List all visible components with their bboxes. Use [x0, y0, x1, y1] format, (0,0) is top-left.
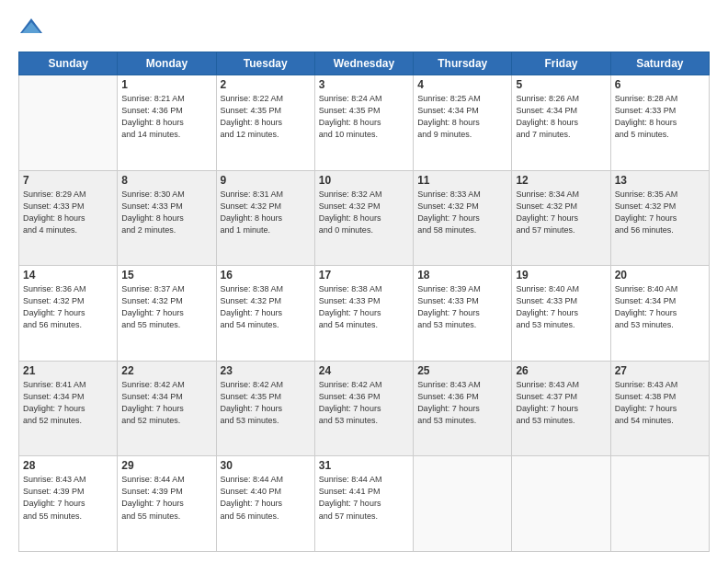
day-number: 16	[221, 269, 311, 282]
page: SundayMondayTuesdayWednesdayThursdayFrid…	[0, 0, 728, 563]
calendar-cell: 14Sunrise: 8:36 AMSunset: 4:32 PMDayligh…	[19, 266, 118, 362]
calendar-week-2: 7Sunrise: 8:29 AMSunset: 4:33 PMDaylight…	[19, 170, 710, 266]
calendar-header-wednesday: Wednesday	[314, 52, 413, 75]
day-number: 23	[221, 364, 311, 377]
day-info: Sunrise: 8:43 AMSunset: 4:39 PMDaylight:…	[23, 474, 113, 522]
calendar-cell: 6Sunrise: 8:28 AMSunset: 4:33 PMDaylight…	[610, 75, 709, 171]
calendar-header-thursday: Thursday	[414, 52, 512, 75]
day-number: 24	[319, 364, 409, 377]
day-info: Sunrise: 8:40 AMSunset: 4:34 PMDaylight:…	[615, 283, 705, 331]
day-info: Sunrise: 8:35 AMSunset: 4:32 PMDaylight:…	[615, 189, 705, 236]
day-number: 18	[417, 269, 507, 282]
calendar-cell: 15Sunrise: 8:37 AMSunset: 4:32 PMDayligh…	[118, 266, 216, 362]
day-number: 31	[319, 459, 409, 472]
day-info: Sunrise: 8:24 AMSunset: 4:35 PMDaylight:…	[319, 93, 409, 141]
calendar-header-tuesday: Tuesday	[216, 52, 314, 75]
calendar-cell: 16Sunrise: 8:38 AMSunset: 4:32 PMDayligh…	[216, 266, 314, 362]
calendar-cell: 20Sunrise: 8:40 AMSunset: 4:34 PMDayligh…	[610, 266, 709, 362]
calendar-cell: 21Sunrise: 8:41 AMSunset: 4:34 PMDayligh…	[19, 361, 118, 456]
day-number: 19	[516, 269, 606, 282]
calendar-cell: 23Sunrise: 8:42 AMSunset: 4:35 PMDayligh…	[216, 361, 314, 456]
calendar-cell: 17Sunrise: 8:38 AMSunset: 4:33 PMDayligh…	[314, 266, 413, 362]
calendar-cell	[610, 456, 709, 552]
day-info: Sunrise: 8:22 AMSunset: 4:35 PMDaylight:…	[221, 93, 311, 141]
calendar-header-row: SundayMondayTuesdayWednesdayThursdayFrid…	[19, 52, 710, 75]
day-info: Sunrise: 8:38 AMSunset: 4:32 PMDaylight:…	[221, 283, 311, 331]
calendar-cell: 1Sunrise: 8:21 AMSunset: 4:36 PMDaylight…	[118, 75, 216, 171]
calendar-cell: 2Sunrise: 8:22 AMSunset: 4:35 PMDaylight…	[216, 75, 314, 171]
day-number: 13	[615, 174, 705, 187]
day-number: 21	[23, 364, 113, 377]
calendar-cell: 18Sunrise: 8:39 AMSunset: 4:33 PMDayligh…	[414, 266, 512, 362]
day-info: Sunrise: 8:33 AMSunset: 4:32 PMDaylight:…	[417, 189, 507, 236]
calendar-cell: 27Sunrise: 8:43 AMSunset: 4:38 PMDayligh…	[610, 361, 709, 456]
day-info: Sunrise: 8:30 AMSunset: 4:33 PMDaylight:…	[121, 189, 211, 236]
day-info: Sunrise: 8:29 AMSunset: 4:33 PMDaylight:…	[23, 189, 113, 236]
calendar-week-4: 21Sunrise: 8:41 AMSunset: 4:34 PMDayligh…	[19, 361, 710, 456]
logo	[18, 17, 48, 42]
day-info: Sunrise: 8:40 AMSunset: 4:33 PMDaylight:…	[516, 283, 606, 331]
day-number: 14	[23, 269, 113, 282]
calendar-cell: 26Sunrise: 8:43 AMSunset: 4:37 PMDayligh…	[512, 361, 610, 456]
day-info: Sunrise: 8:38 AMSunset: 4:33 PMDaylight:…	[319, 283, 409, 331]
day-info: Sunrise: 8:39 AMSunset: 4:33 PMDaylight:…	[417, 283, 507, 331]
calendar-cell: 10Sunrise: 8:32 AMSunset: 4:32 PMDayligh…	[314, 170, 413, 266]
calendar-cell: 12Sunrise: 8:34 AMSunset: 4:32 PMDayligh…	[512, 170, 610, 266]
day-number: 4	[417, 78, 507, 91]
header	[18, 17, 710, 42]
calendar-header-monday: Monday	[118, 52, 216, 75]
day-number: 2	[221, 78, 311, 91]
calendar-cell: 24Sunrise: 8:42 AMSunset: 4:36 PMDayligh…	[314, 361, 413, 456]
calendar-cell: 25Sunrise: 8:43 AMSunset: 4:36 PMDayligh…	[414, 361, 512, 456]
calendar-cell: 5Sunrise: 8:26 AMSunset: 4:34 PMDaylight…	[512, 75, 610, 171]
day-info: Sunrise: 8:44 AMSunset: 4:41 PMDaylight:…	[319, 474, 409, 522]
day-info: Sunrise: 8:41 AMSunset: 4:34 PMDaylight:…	[23, 379, 113, 427]
day-number: 12	[516, 174, 606, 187]
day-number: 1	[121, 78, 211, 91]
day-number: 9	[221, 174, 311, 187]
day-number: 10	[319, 174, 409, 187]
day-number: 5	[516, 78, 606, 91]
day-number: 17	[319, 269, 409, 282]
day-info: Sunrise: 8:43 AMSunset: 4:38 PMDaylight:…	[615, 379, 705, 427]
day-number: 3	[319, 78, 409, 91]
calendar-cell: 30Sunrise: 8:44 AMSunset: 4:40 PMDayligh…	[216, 456, 314, 552]
calendar-week-1: 1Sunrise: 8:21 AMSunset: 4:36 PMDaylight…	[19, 75, 710, 171]
calendar-week-5: 28Sunrise: 8:43 AMSunset: 4:39 PMDayligh…	[19, 456, 710, 552]
calendar-cell: 4Sunrise: 8:25 AMSunset: 4:34 PMDaylight…	[414, 75, 512, 171]
calendar-cell: 22Sunrise: 8:42 AMSunset: 4:34 PMDayligh…	[118, 361, 216, 456]
day-info: Sunrise: 8:44 AMSunset: 4:39 PMDaylight:…	[121, 474, 211, 522]
day-info: Sunrise: 8:32 AMSunset: 4:32 PMDaylight:…	[319, 189, 409, 236]
calendar-cell: 8Sunrise: 8:30 AMSunset: 4:33 PMDaylight…	[118, 170, 216, 266]
calendar-cell	[19, 75, 118, 171]
day-info: Sunrise: 8:42 AMSunset: 4:34 PMDaylight:…	[121, 379, 211, 427]
calendar-cell: 9Sunrise: 8:31 AMSunset: 4:32 PMDaylight…	[216, 170, 314, 266]
calendar-cell: 31Sunrise: 8:44 AMSunset: 4:41 PMDayligh…	[314, 456, 413, 552]
calendar-table: SundayMondayTuesdayWednesdayThursdayFrid…	[18, 52, 710, 552]
logo-icon	[18, 17, 44, 42]
day-info: Sunrise: 8:26 AMSunset: 4:34 PMDaylight:…	[516, 93, 606, 141]
calendar-week-3: 14Sunrise: 8:36 AMSunset: 4:32 PMDayligh…	[19, 266, 710, 362]
day-number: 26	[516, 364, 606, 377]
day-info: Sunrise: 8:42 AMSunset: 4:36 PMDaylight:…	[319, 379, 409, 427]
day-info: Sunrise: 8:21 AMSunset: 4:36 PMDaylight:…	[121, 93, 211, 141]
day-info: Sunrise: 8:42 AMSunset: 4:35 PMDaylight:…	[221, 379, 311, 427]
day-number: 7	[23, 174, 113, 187]
calendar-header-sunday: Sunday	[19, 52, 118, 75]
calendar-cell: 19Sunrise: 8:40 AMSunset: 4:33 PMDayligh…	[512, 266, 610, 362]
day-info: Sunrise: 8:44 AMSunset: 4:40 PMDaylight:…	[221, 474, 311, 522]
calendar-cell: 13Sunrise: 8:35 AMSunset: 4:32 PMDayligh…	[610, 170, 709, 266]
day-info: Sunrise: 8:34 AMSunset: 4:32 PMDaylight:…	[516, 189, 606, 236]
day-info: Sunrise: 8:43 AMSunset: 4:37 PMDaylight:…	[516, 379, 606, 427]
day-number: 25	[417, 364, 507, 377]
day-info: Sunrise: 8:31 AMSunset: 4:32 PMDaylight:…	[221, 189, 311, 236]
calendar-cell: 11Sunrise: 8:33 AMSunset: 4:32 PMDayligh…	[414, 170, 512, 266]
calendar-cell: 3Sunrise: 8:24 AMSunset: 4:35 PMDaylight…	[314, 75, 413, 171]
day-info: Sunrise: 8:36 AMSunset: 4:32 PMDaylight:…	[23, 283, 113, 331]
day-number: 22	[121, 364, 211, 377]
day-info: Sunrise: 8:28 AMSunset: 4:33 PMDaylight:…	[615, 93, 705, 141]
calendar-cell: 7Sunrise: 8:29 AMSunset: 4:33 PMDaylight…	[19, 170, 118, 266]
day-number: 20	[615, 269, 705, 282]
day-number: 8	[121, 174, 211, 187]
calendar-header-saturday: Saturday	[610, 52, 709, 75]
